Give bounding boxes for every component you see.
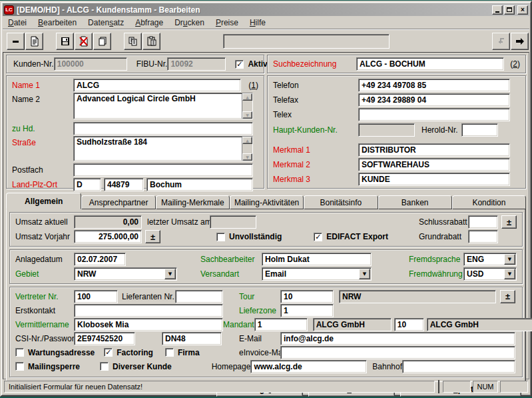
postfach-field[interactable]	[73, 163, 253, 177]
mandant2-field[interactable]	[394, 318, 424, 331]
new-record-button[interactable]	[25, 33, 43, 50]
unvollstaendig-checkbox[interactable]	[216, 233, 225, 241]
tab-allgemein[interactable]: Allgemein	[6, 193, 81, 209]
fremdwaehrung-dropdown[interactable]: ▼	[463, 267, 517, 281]
csi-nr-field[interactable]	[74, 332, 135, 345]
strasse-field[interactable]: Sudholzstraße 184 ▲ ▼	[73, 136, 253, 161]
scroll-down-icon[interactable]: ▼	[242, 153, 252, 161]
lieferanten-nr-field[interactable]	[175, 290, 223, 303]
edifact-checkbox[interactable]	[314, 233, 322, 241]
tour-plusminus-button[interactable]: ±	[500, 290, 515, 303]
schlussrabatt-field[interactable]	[468, 215, 498, 229]
link-1[interactable]: (1)	[248, 81, 258, 90]
passwort-field[interactable]	[162, 332, 222, 345]
tab-banken[interactable]: Banken	[378, 195, 452, 209]
versandart-dropdown[interactable]: ▼	[262, 267, 372, 281]
copy-button[interactable]	[124, 33, 142, 50]
plz-field[interactable]	[104, 178, 144, 191]
merkmal3-field[interactable]	[358, 173, 510, 186]
menu-datei[interactable]: Datei	[8, 18, 27, 27]
umsatz-vorjahr-field[interactable]	[74, 230, 142, 243]
diverser-kunde-checkbox[interactable]	[100, 362, 109, 371]
land-field[interactable]	[73, 178, 101, 191]
scroll-up-icon[interactable]: ▲	[242, 93, 252, 101]
chevron-down-icon[interactable]: ▼	[504, 254, 515, 265]
telex-field[interactable]	[358, 108, 510, 121]
fibu-nr-field[interactable]	[167, 57, 226, 71]
maximize-button[interactable]	[504, 5, 515, 15]
bahnhof-label: Bahnhof	[372, 362, 402, 371]
zu-hd-field[interactable]	[73, 122, 253, 135]
tour-field[interactable]	[280, 290, 334, 303]
merkmal1-field[interactable]	[358, 143, 510, 157]
name2-field[interactable]: Advanced Logical Circle GmbH ▲ ▼	[73, 93, 253, 119]
tab-mailing-aktivitaeten[interactable]: Mailing-Aktivitäten	[230, 195, 304, 209]
menu-abfrage[interactable]: Abfrage	[135, 18, 163, 27]
vertreter-nr-field[interactable]	[74, 290, 118, 303]
haupt-kunden-nr-field[interactable]	[358, 123, 415, 137]
strasse-scrollbar[interactable]: ▲ ▼	[242, 137, 252, 161]
menu-preise[interactable]: Preise	[216, 18, 238, 27]
fremdsprache-dropdown[interactable]: ▼	[463, 253, 517, 266]
suchbezeichnung-field[interactable]	[356, 57, 504, 71]
close-button[interactable]: ×	[517, 5, 528, 15]
chevron-down-icon[interactable]: ▼	[164, 269, 176, 279]
homepage-field[interactable]	[250, 360, 367, 373]
menu-datensatz[interactable]: Datensatz	[88, 18, 124, 27]
aktiv-checkbox[interactable]	[235, 60, 244, 69]
title-bar[interactable]: LC [DEMO/HD] - ALCG - Kundenstamm - Bear…	[3, 3, 529, 16]
link-2[interactable]: (2)	[510, 59, 520, 69]
umsatz-vorjahr-label: Umsatz Vorjahr	[15, 232, 74, 241]
erstkontakt-field[interactable]	[74, 304, 223, 317]
kunden-nr-field[interactable]	[54, 57, 127, 71]
umsatz-vorjahr-plusminus-button[interactable]: ±	[145, 230, 160, 243]
back-button[interactable]	[492, 33, 510, 50]
telefon-field[interactable]	[358, 79, 510, 92]
grundrabatt-field[interactable]	[468, 230, 498, 243]
sachbearbeiter-field[interactable]	[262, 253, 372, 266]
fremdsprache-label: Fremdsprache	[409, 255, 463, 264]
telefax-field[interactable]	[358, 93, 510, 107]
wartungsadresse-checkbox[interactable]	[15, 348, 24, 357]
email-field[interactable]	[280, 332, 515, 345]
status-bar: Initialisiert Formular für neuen Datensa…	[3, 379, 529, 394]
menu-bearbeiten[interactable]: Bearbeiten	[38, 18, 77, 27]
tab-mailing-merkmale[interactable]: Mailing-Merkmale	[156, 195, 230, 209]
menu-drucken[interactable]: Drucken	[174, 18, 204, 27]
mandant-field[interactable]	[254, 318, 308, 331]
menu-hilfe[interactable]: Hilfe	[250, 18, 266, 27]
herold-nr-field[interactable]	[461, 123, 498, 137]
save-button[interactable]	[56, 33, 74, 50]
mailingsperre-checkbox[interactable]	[15, 362, 24, 371]
next-record-button[interactable]	[511, 33, 529, 50]
einvoice-field[interactable]	[280, 346, 515, 359]
collapse-button[interactable]	[7, 33, 25, 50]
minimize-button[interactable]	[492, 5, 503, 15]
firma-checkbox[interactable]	[165, 348, 174, 357]
umsatz-aktuell-field[interactable]	[74, 215, 142, 229]
delete-record-button[interactable]	[75, 33, 93, 50]
bahnhof-field[interactable]	[402, 360, 515, 373]
lieferzone-field[interactable]	[280, 304, 334, 317]
name2-scrollbar[interactable]: ▲ ▼	[242, 93, 252, 119]
gebiet-dropdown[interactable]: ▼	[74, 267, 177, 281]
paste-button[interactable]	[142, 33, 160, 50]
scroll-down-icon[interactable]: ▼	[242, 111, 252, 119]
chevron-down-icon[interactable]: ▼	[504, 269, 515, 279]
quick-filter-input[interactable]	[223, 34, 390, 49]
schlussrabatt-plusminus-button[interactable]: ±	[501, 215, 517, 229]
merkmal2-field[interactable]	[358, 158, 510, 171]
tab-ansprechpartner[interactable]: Ansprechpartner	[81, 195, 155, 209]
app-icon[interactable]: LC	[4, 5, 14, 15]
letzter-umsatz-field[interactable]	[210, 215, 256, 229]
factoring-checkbox[interactable]	[104, 348, 113, 357]
name1-field[interactable]	[73, 79, 241, 92]
scroll-up-icon[interactable]: ▲	[242, 137, 252, 144]
tab-bonitaetsinfo[interactable]: Bonitätsinfo	[304, 195, 378, 209]
chevron-down-icon[interactable]: ▼	[359, 269, 370, 279]
tab-kondition[interactable]: Kondition	[452, 195, 526, 209]
duplicate-record-button[interactable]	[93, 33, 111, 50]
ort-field[interactable]	[146, 178, 253, 191]
vermittlername-field[interactable]	[74, 318, 223, 331]
anlagedatum-field[interactable]	[74, 253, 126, 266]
